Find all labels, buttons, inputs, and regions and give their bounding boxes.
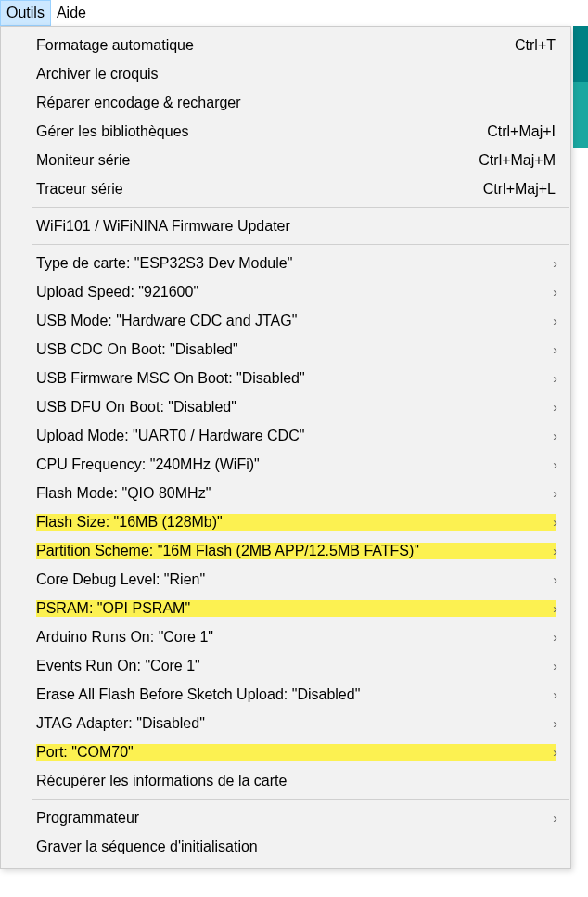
menu-programmer-label: Programmateur	[36, 810, 556, 827]
chevron-right-icon: ›	[553, 457, 557, 472]
menu-usbcdc-label: USB CDC On Boot: "Disabled"	[36, 341, 556, 358]
menu-arduinoruns[interactable]: Arduino Runs On: "Core 1" ›	[1, 622, 570, 651]
menu-serialmon-label: Moniteur série	[36, 152, 456, 169]
tools-dropdown: Formatage automatique Ctrl+T Archiver le…	[0, 26, 571, 869]
chevron-right-icon: ›	[553, 716, 557, 731]
menubar-help[interactable]: Aide	[51, 0, 92, 26]
menu-arduinoruns-label: Arduino Runs On: "Core 1"	[36, 629, 556, 646]
menubar: Outils Aide	[0, 0, 588, 26]
chevron-right-icon: ›	[553, 745, 557, 760]
menu-eraseflash-label: Erase All Flash Before Sketch Upload: "D…	[36, 686, 556, 703]
menu-usbcdc[interactable]: USB CDC On Boot: "Disabled" ›	[1, 335, 570, 364]
chevron-right-icon: ›	[553, 342, 557, 357]
menu-cpufreq-label: CPU Frequency: "240MHz (WiFi)"	[36, 456, 556, 473]
chevron-right-icon: ›	[553, 400, 557, 415]
menu-jtag[interactable]: JTAG Adapter: "Disabled" ›	[1, 709, 570, 737]
menu-archive[interactable]: Archiver le croquis	[1, 59, 570, 88]
menu-fixreload-label: Réparer encodage & recharger	[36, 95, 556, 111]
menu-boardtype[interactable]: Type de carte: "ESP32S3 Dev Module" ›	[1, 249, 570, 277]
divider-3	[32, 799, 569, 800]
menu-usbmode-label: USB Mode: "Hardware CDC and JTAG"	[36, 313, 556, 329]
menu-partition[interactable]: Partition Scheme: "16M Flash (2MB APP/12…	[1, 536, 570, 565]
menu-archive-label: Archiver le croquis	[36, 66, 556, 83]
menubar-help-label: Aide	[57, 5, 86, 21]
menu-burnboot[interactable]: Graver la séquence d'initialisation	[1, 832, 570, 861]
menu-usbmode[interactable]: USB Mode: "Hardware CDC and JTAG" ›	[1, 306, 570, 335]
chevron-right-icon: ›	[553, 601, 557, 616]
menu-partition-label: Partition Scheme: "16M Flash (2MB APP/12…	[36, 543, 556, 559]
menu-boardtype-label: Type de carte: "ESP32S3 Dev Module"	[36, 255, 556, 272]
chevron-right-icon: ›	[553, 687, 557, 702]
chevron-right-icon: ›	[553, 256, 557, 271]
menu-managelibs-label: Gérer les bibliothèques	[36, 123, 465, 140]
menu-managelibs[interactable]: Gérer les bibliothèques Ctrl+Maj+I	[1, 117, 570, 146]
menu-programmer[interactable]: Programmateur ›	[1, 803, 570, 832]
menu-port[interactable]: Port: "COM70" ›	[1, 737, 570, 766]
menu-debuglevel[interactable]: Core Debug Level: "Rien" ›	[1, 565, 570, 594]
divider-1	[32, 207, 569, 208]
menu-getinfo[interactable]: Récupérer les informations de la carte	[1, 766, 570, 795]
menu-port-label: Port: "COM70"	[36, 744, 556, 761]
menu-autoformat-label: Formatage automatique	[36, 37, 492, 54]
menubar-tools-label: Outils	[6, 5, 45, 21]
menu-fixreload[interactable]: Réparer encodage & recharger	[1, 88, 570, 117]
chevron-right-icon: ›	[553, 486, 557, 501]
chevron-right-icon: ›	[553, 572, 557, 587]
divider-2	[32, 244, 569, 245]
toolbar-strip-bottom	[573, 82, 588, 148]
menu-burnboot-label: Graver la séquence d'initialisation	[36, 839, 556, 855]
chevron-right-icon: ›	[553, 314, 557, 328]
menu-eraseflash[interactable]: Erase All Flash Before Sketch Upload: "D…	[1, 680, 570, 709]
menu-eventsrun[interactable]: Events Run On: "Core 1" ›	[1, 651, 570, 680]
menu-usbdfu-label: USB DFU On Boot: "Disabled"	[36, 399, 556, 416]
menu-getinfo-label: Récupérer les informations de la carte	[36, 773, 556, 789]
menu-serialmon-shortcut: Ctrl+Maj+M	[456, 152, 556, 169]
menu-flashsize-label: Flash Size: "16MB (128Mb)"	[36, 514, 556, 531]
menu-serialplot-shortcut: Ctrl+Maj+L	[461, 181, 556, 198]
chevron-right-icon: ›	[553, 285, 557, 300]
menu-serialmon[interactable]: Moniteur série Ctrl+Maj+M	[1, 146, 570, 174]
chevron-right-icon: ›	[553, 659, 557, 673]
menu-flashsize[interactable]: Flash Size: "16MB (128Mb)" ›	[1, 507, 570, 536]
chevron-right-icon: ›	[553, 630, 557, 645]
menubar-tools[interactable]: Outils	[0, 0, 51, 26]
menu-jtag-label: JTAG Adapter: "Disabled"	[36, 715, 556, 732]
menu-uploadmode[interactable]: Upload Mode: "UART0 / Hardware CDC" ›	[1, 421, 570, 450]
menu-flashmode-label: Flash Mode: "QIO 80MHz"	[36, 485, 556, 502]
menu-serialplot-label: Traceur série	[36, 181, 461, 198]
menu-flashmode[interactable]: Flash Mode: "QIO 80MHz" ›	[1, 479, 570, 507]
menu-autoformat[interactable]: Formatage automatique Ctrl+T	[1, 31, 570, 59]
menu-eventsrun-label: Events Run On: "Core 1"	[36, 658, 556, 674]
menu-usbdfu[interactable]: USB DFU On Boot: "Disabled" ›	[1, 392, 570, 421]
chevron-right-icon: ›	[553, 371, 557, 386]
menu-wifiupdater[interactable]: WiFi101 / WiFiNINA Firmware Updater	[1, 211, 570, 240]
menu-uploadspeed-label: Upload Speed: "921600"	[36, 284, 556, 301]
menu-psram-label: PSRAM: "OPI PSRAM"	[36, 600, 556, 617]
menu-usbmsc-label: USB Firmware MSC On Boot: "Disabled"	[36, 370, 556, 387]
chevron-right-icon: ›	[553, 811, 557, 826]
menu-cpufreq[interactable]: CPU Frequency: "240MHz (WiFi)" ›	[1, 450, 570, 479]
menu-autoformat-shortcut: Ctrl+T	[492, 37, 556, 54]
menu-psram[interactable]: PSRAM: "OPI PSRAM" ›	[1, 594, 570, 622]
menu-uploadspeed[interactable]: Upload Speed: "921600" ›	[1, 277, 570, 306]
menu-managelibs-shortcut: Ctrl+Maj+I	[465, 123, 556, 140]
menu-uploadmode-label: Upload Mode: "UART0 / Hardware CDC"	[36, 428, 556, 444]
chevron-right-icon: ›	[553, 544, 557, 558]
menu-wifiupdater-label: WiFi101 / WiFiNINA Firmware Updater	[36, 218, 556, 235]
menu-serialplot[interactable]: Traceur série Ctrl+Maj+L	[1, 174, 570, 203]
chevron-right-icon: ›	[553, 515, 557, 530]
menu-debuglevel-label: Core Debug Level: "Rien"	[36, 571, 556, 588]
menu-usbmsc[interactable]: USB Firmware MSC On Boot: "Disabled" ›	[1, 364, 570, 392]
toolbar-strip-top	[573, 26, 588, 82]
chevron-right-icon: ›	[553, 429, 557, 443]
